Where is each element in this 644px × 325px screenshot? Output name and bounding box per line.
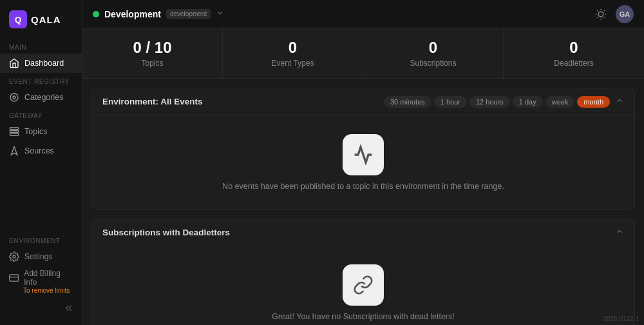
topbar: Development development GA — [82, 0, 644, 28]
sidebar: Q QALA Main Dashboard Event Registry Cat… — [0, 0, 82, 325]
sidebar-item-settings[interactable]: Settings — [0, 247, 82, 266]
stat-event-types-value: 0 — [236, 39, 350, 57]
stat-topics-value: 0 / 10 — [95, 39, 209, 57]
svg-line-12 — [597, 10, 598, 11]
svg-line-17 — [604, 10, 605, 11]
sidebar-item-label: Dashboard — [24, 59, 64, 68]
home-icon — [9, 58, 19, 68]
chart-icon — [353, 144, 374, 165]
section-deadletters-collapse-icon[interactable] — [615, 227, 624, 238]
stat-topics: 0 / 10 Topics — [82, 28, 223, 78]
topbar-left: Development development — [93, 8, 225, 19]
stat-topics-label: Topics — [95, 59, 209, 68]
billing-sublabel[interactable]: To remove limits — [9, 287, 73, 294]
filter-1hour[interactable]: 1 hour — [434, 96, 467, 108]
topics-icon — [9, 126, 19, 137]
categories-icon — [9, 92, 19, 103]
logo: Q QALA — [0, 8, 82, 39]
card-icon — [9, 273, 19, 283]
section-label-gateway: Gateway — [0, 107, 82, 122]
gear-icon — [9, 251, 19, 262]
svg-point-0 — [13, 96, 15, 99]
sidebar-item-sources[interactable]: Sources — [0, 141, 82, 161]
filter-month[interactable]: month — [577, 96, 610, 108]
sidebar-item-categories[interactable]: Categories — [0, 88, 82, 107]
section-all-events: Environment: All Events 30 minutes 1 hou… — [91, 88, 635, 210]
main-content: Development development GA 0 / 10 Topics… — [82, 0, 644, 325]
billing-main[interactable]: Add Billing Info — [9, 269, 73, 287]
section-deadletters-title: Subscriptions with Deadletters — [102, 228, 230, 237]
section-deadletters-header: Subscriptions with Deadletters — [92, 219, 634, 246]
section-all-events-header: Environment: All Events 30 minutes 1 hou… — [92, 88, 634, 116]
sources-icon — [9, 146, 19, 156]
filter-week[interactable]: week — [545, 96, 575, 108]
version-text: 2025.0122.1 — [603, 315, 639, 322]
chevron-down-icon[interactable] — [216, 8, 225, 19]
collapse-icon — [65, 303, 75, 313]
billing-info: Add Billing Info To remove limits — [0, 266, 82, 299]
section-all-events-title: Environment: All Events — [102, 97, 203, 106]
theme-toggle-button[interactable] — [592, 6, 609, 23]
section-label-registry: Event Registry — [0, 73, 82, 88]
stat-deadletters-value: 0 — [516, 39, 631, 57]
section-deadletters-empty: Great! You have no Subscriptions with de… — [92, 246, 634, 325]
section-label-main: Main — [0, 39, 82, 54]
webhook-icon — [353, 275, 374, 295]
sidebar-item-label: Categories — [24, 93, 63, 102]
webhook-icon-box — [343, 264, 384, 306]
all-events-empty-text: No events have been published to a topic… — [222, 182, 504, 191]
svg-line-13 — [604, 17, 605, 17]
section-all-events-empty: No events have been published to a topic… — [92, 116, 634, 209]
sidebar-item-label: Topics — [24, 127, 47, 136]
section-collapse-icon[interactable] — [615, 96, 624, 107]
svg-rect-3 — [10, 131, 18, 133]
sidebar-item-label: Sources — [24, 146, 54, 155]
section-label-environment: Environment — [0, 232, 82, 247]
billing-label: Add Billing Info — [24, 269, 73, 287]
stats-row: 0 / 10 Topics 0 Event Types 0 Subscripti… — [82, 28, 644, 79]
env-status-dot — [93, 11, 99, 17]
stat-subscriptions-value: 0 — [376, 39, 490, 57]
env-name: Development — [104, 9, 161, 19]
stat-subscriptions: 0 Subscriptions — [363, 28, 504, 78]
dashboard-content: 0 / 10 Topics 0 Event Types 0 Subscripti… — [82, 28, 644, 325]
sun-icon — [595, 8, 607, 20]
sidebar-item-dashboard[interactable]: Dashboard — [0, 54, 82, 73]
svg-rect-2 — [10, 128, 18, 130]
stat-event-types: 0 Event Types — [223, 28, 363, 78]
filter-1day[interactable]: 1 day — [513, 96, 543, 108]
logo-icon: Q — [9, 10, 27, 28]
chart-icon-box — [343, 134, 384, 175]
sidebar-item-topics[interactable]: Topics — [0, 122, 82, 141]
svg-rect-7 — [10, 275, 19, 281]
svg-point-6 — [13, 255, 15, 258]
svg-point-9 — [598, 12, 603, 17]
logo-text: QALA — [31, 14, 61, 25]
sidebar-collapse-button[interactable] — [0, 299, 82, 317]
settings-label: Settings — [24, 252, 52, 261]
svg-marker-5 — [11, 146, 17, 155]
stat-deadletters: 0 Deadletters — [504, 28, 644, 78]
stat-deadletters-label: Deadletters — [516, 59, 631, 68]
deadletters-empty-text: Great! You have no Subscriptions with de… — [272, 312, 455, 321]
topbar-right: GA — [592, 5, 634, 23]
section-deadletters: Subscriptions with Deadletters Great! Yo… — [91, 219, 635, 325]
filter-30min[interactable]: 30 minutes — [384, 96, 431, 108]
filter-12hours[interactable]: 12 hours — [469, 96, 510, 108]
svg-line-16 — [597, 17, 598, 17]
svg-rect-4 — [10, 133, 18, 135]
env-badge: development — [166, 9, 211, 19]
svg-point-1 — [10, 94, 18, 101]
time-filters: 30 minutes 1 hour 12 hours 1 day week mo… — [384, 96, 610, 108]
avatar[interactable]: GA — [616, 5, 634, 23]
stat-event-types-label: Event Types — [236, 59, 350, 68]
stat-subscriptions-label: Subscriptions — [376, 59, 490, 68]
